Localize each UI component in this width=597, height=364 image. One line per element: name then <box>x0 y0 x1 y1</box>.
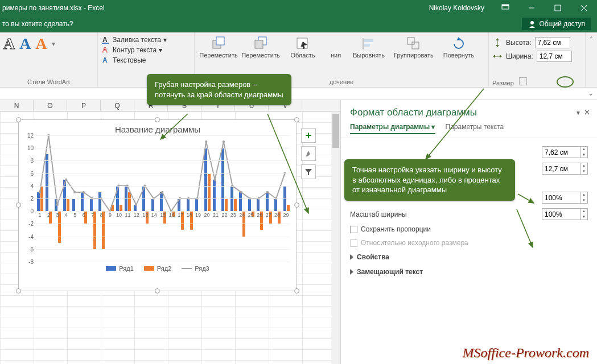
resize-handle[interactable] <box>155 117 160 122</box>
pane-scale-width-input[interactable] <box>542 208 580 220</box>
column-header[interactable]: N <box>0 100 34 111</box>
legend-series2: Ряд2 <box>157 265 171 272</box>
maximize-button[interactable] <box>545 0 571 15</box>
align-button[interactable]: Выровнять <box>348 35 389 60</box>
svg-point-34 <box>83 191 85 193</box>
column-header[interactable]: P <box>67 100 101 111</box>
expand-formula-bar-icon[interactable]: ⌄ <box>588 89 594 97</box>
share-button[interactable]: Общий доступ <box>522 18 591 30</box>
pane-scale-height-input[interactable] <box>542 192 580 204</box>
height-icon <box>492 38 503 48</box>
text-effects-button[interactable]: AТекстовые <box>101 55 191 65</box>
wordart-style-2[interactable]: A <box>19 35 31 53</box>
pane-width-input[interactable] <box>542 163 580 175</box>
chart-filters-button[interactable] <box>301 164 316 179</box>
svg-point-40 <box>135 204 137 206</box>
width-control[interactable]: Ширина: <box>492 51 582 62</box>
text-fill-button[interactable]: AЗаливка текста ▾ <box>101 35 191 45</box>
spinner[interactable]: ▲▼ <box>580 163 588 175</box>
svg-rect-18 <box>364 39 373 42</box>
wordart-group-label: Стили WordArt <box>3 78 94 87</box>
chart-styles-button[interactable] <box>301 146 316 161</box>
close-button[interactable] <box>571 0 597 15</box>
checkbox[interactable] <box>350 226 357 233</box>
bring-forward-button[interactable]: Переместить <box>198 35 239 60</box>
size-group: Высота: Ширина: Размер <box>489 32 586 87</box>
send-backward-button[interactable]: Переместить <box>240 35 281 60</box>
chart-plot-area[interactable]: -8-6-4-2024681012 1234567891011121314151… <box>36 135 290 262</box>
section-properties[interactable]: Свойства <box>350 250 588 264</box>
legend-series1: Ряд1 <box>119 265 133 272</box>
resize-handle[interactable] <box>294 288 299 293</box>
svg-marker-27 <box>493 55 495 58</box>
pane-title: Формат области диаграммы <box>341 100 597 123</box>
svg-rect-1 <box>502 5 509 6</box>
chart-object[interactable]: Название диаграммы -8-6-4-2024681012 123… <box>18 119 297 291</box>
wordart-style-1[interactable]: A <box>3 35 15 53</box>
callout-precise-resize: Точная настройка указать ширину и высоту… <box>344 159 515 201</box>
svg-point-33 <box>73 191 76 193</box>
spinner[interactable]: ▲▼ <box>580 208 588 220</box>
vertical-scrollbar[interactable] <box>331 111 340 364</box>
tab-chart-options[interactable]: Параметры диаграммы ▾ <box>350 123 435 134</box>
svg-marker-22 <box>456 37 461 40</box>
user-name[interactable]: Nikolay Koldovsky <box>429 4 484 12</box>
ribbon-options-icon[interactable] <box>492 0 518 15</box>
spinner[interactable]: ▲▼ <box>580 146 588 158</box>
checkbox <box>350 239 357 247</box>
minimize-button[interactable] <box>518 0 545 15</box>
width-input[interactable] <box>537 51 572 62</box>
svg-point-29 <box>39 191 41 193</box>
height-control[interactable]: Высота: <box>492 37 582 48</box>
resize-handle[interactable] <box>16 202 21 208</box>
svg-rect-20 <box>407 38 414 44</box>
formula-bar[interactable]: ⌄ <box>0 88 597 100</box>
resize-handle[interactable] <box>294 117 299 122</box>
text-outline-button[interactable]: AКонтур текста ▾ <box>101 45 191 55</box>
size-dialog-launcher[interactable] <box>519 77 527 85</box>
rotate-button[interactable]: Повернуть <box>438 35 479 60</box>
wordart-style-3[interactable]: A <box>35 35 47 53</box>
svg-marker-25 <box>496 45 499 47</box>
tellme-text[interactable]: то вы хотите сделать? <box>0 20 73 28</box>
selection-pane-button[interactable]: Область <box>282 35 323 60</box>
resize-handle[interactable] <box>16 288 21 293</box>
app-title: римеры по занятиям.xlsx - Excel <box>0 4 105 12</box>
chart-elements-button[interactable]: + <box>301 128 316 143</box>
pane-scale-width-row: Масштаб ширины ▲▼ <box>350 206 588 222</box>
chart-title[interactable]: Название диаграммы <box>19 120 297 135</box>
width-icon <box>492 51 503 61</box>
svg-point-43 <box>161 191 163 193</box>
format-chart-area-pane: Формат области диаграммы ▼ ✕ Параметры д… <box>340 100 597 364</box>
svg-point-49 <box>213 179 216 181</box>
chart-legend[interactable]: Ряд1 Ряд2 Ряд3 <box>19 262 297 275</box>
pane-height-input[interactable] <box>542 146 580 158</box>
width-label: Ширина: <box>506 52 533 60</box>
resize-handle[interactable] <box>294 202 299 208</box>
section-alttext[interactable]: Замещающий текст <box>350 264 588 279</box>
tellme-bar: то вы хотите сделать? Общий доступ <box>0 15 597 32</box>
svg-rect-12 <box>216 37 224 45</box>
tab-text-options[interactable]: Параметры текста <box>446 123 504 134</box>
pane-height-row: H ▲▼ <box>350 144 588 160</box>
svg-rect-21 <box>412 42 419 49</box>
height-input[interactable] <box>535 37 570 48</box>
svg-text:A: A <box>102 36 108 44</box>
svg-rect-19 <box>364 44 370 47</box>
resize-handle[interactable] <box>155 288 160 293</box>
pane-pin-icon[interactable]: ▼ <box>575 110 581 116</box>
spinner[interactable]: ▲▼ <box>580 192 588 204</box>
resize-handle[interactable] <box>16 117 21 122</box>
callout-rough-resize: Грубая настройка размеров – потянуть за … <box>147 74 291 105</box>
share-label: Общий доступ <box>539 20 585 28</box>
worksheet-grid[interactable]: NOPQRSTUV Название диаграммы -8-6-4-2024… <box>0 100 340 364</box>
column-header[interactable]: Q <box>101 100 134 111</box>
svg-point-55 <box>266 191 269 193</box>
gallery-more-icon[interactable]: ▾ <box>52 40 55 48</box>
svg-point-32 <box>65 179 67 181</box>
ribbon-collapse-icon[interactable]: ˄ <box>586 32 597 87</box>
lock-aspect-row[interactable]: Сохранить пропорции <box>350 222 588 236</box>
column-header[interactable]: O <box>34 100 67 111</box>
pane-close-button[interactable]: ✕ <box>584 108 590 117</box>
group-button[interactable]: Группировать <box>390 35 437 60</box>
